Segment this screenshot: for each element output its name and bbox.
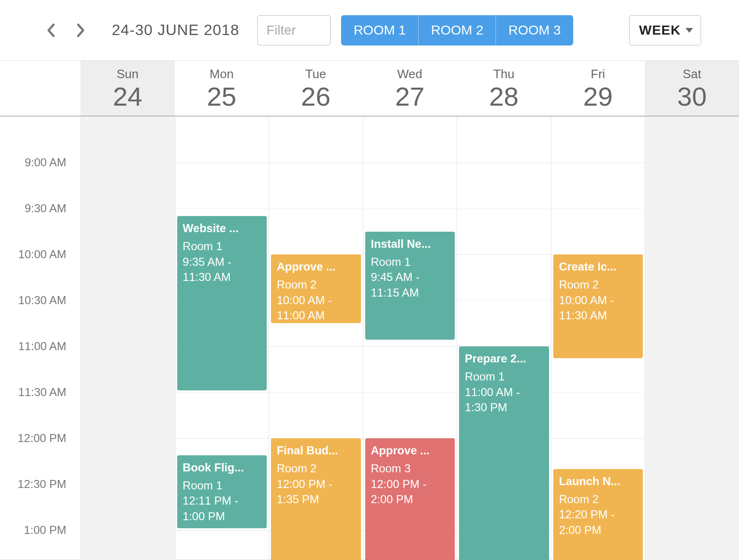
time-label: 10:30 AM (18, 294, 66, 307)
time-label: 1:00 PM (24, 524, 66, 537)
event-time: 12:00 PM - 1:35 PM (277, 477, 355, 507)
day-header-row: Sun24Mon25Tue26Wed27Thu28Fri29Sat30 (0, 61, 739, 117)
day-name: Mon (210, 67, 234, 81)
event-title: Website ... (183, 221, 261, 236)
day-column-fri[interactable]: Create Ic...Room 210:00 AM - 11:30 AMLau… (551, 117, 645, 560)
view-selector-label: WEEK (639, 23, 681, 38)
event-time: 10:00 AM - 11:00 AM (277, 293, 355, 324)
event-room: Room 2 (559, 277, 638, 292)
day-name: Sat (683, 67, 701, 81)
event-title: Launch N... (559, 474, 638, 489)
event-room: Room 3 (371, 461, 450, 476)
next-button[interactable] (68, 18, 94, 43)
day-number: 24 (113, 83, 142, 110)
calendar-event[interactable]: Book Flig...Room 112:11 PM - 1:00 PM (177, 455, 267, 528)
time-label: 12:00 PM (18, 432, 66, 445)
day-column-mon[interactable]: Website ...Room 19:35 AM - 11:30 AMBook … (175, 117, 269, 560)
prev-button[interactable] (38, 18, 63, 43)
day-name: Wed (397, 67, 423, 81)
room-filter-group: ROOM 1 ROOM 2 ROOM 3 (341, 15, 573, 45)
calendar-event[interactable]: Final Bud...Room 212:00 PM - 1:35 PM (271, 438, 361, 560)
day-name: Fri (591, 67, 605, 81)
calendar-event[interactable]: Approve ...Room 312:00 PM - 2:00 PM (365, 438, 455, 560)
day-header-tue[interactable]: Tue26 (269, 61, 363, 116)
room-filter-3[interactable]: ROOM 3 (496, 15, 573, 45)
view-selector[interactable]: WEEK (629, 15, 701, 45)
event-time: 12:11 PM - 1:00 PM (183, 493, 261, 524)
time-gutter: 9:00 AM9:30 AM10:00 AM10:30 AM11:00 AM11… (0, 117, 81, 560)
day-column-sat[interactable] (645, 117, 739, 560)
filter-input[interactable] (257, 15, 331, 45)
event-room: Room 1 (465, 369, 543, 384)
event-title: Approve ... (277, 259, 355, 274)
calendar-event[interactable]: Prepare 2...Room 111:00 AM - 1:30 PM (459, 346, 549, 560)
event-title: Approve ... (371, 443, 450, 458)
day-column-tue[interactable]: Approve ...Room 210:00 AM - 11:00 AMFina… (269, 117, 363, 560)
day-column-thu[interactable]: Prepare 2...Room 111:00 AM - 1:30 PM (457, 117, 551, 560)
event-room: Room 1 (183, 239, 261, 254)
room-filter-2[interactable]: ROOM 2 (418, 15, 496, 45)
day-name: Sun (117, 67, 138, 81)
event-title: Final Bud... (277, 443, 355, 458)
day-name: Thu (493, 67, 514, 81)
event-title: Book Flig... (183, 460, 261, 475)
event-title: Install Ne... (371, 236, 450, 252)
time-label: 11:00 AM (18, 340, 66, 353)
room-filter-1[interactable]: ROOM 1 (341, 15, 418, 45)
event-time: 9:35 AM - 11:30 AM (183, 254, 261, 285)
chevron-right-icon (76, 23, 86, 37)
event-room: Room 1 (371, 254, 450, 270)
day-header-mon[interactable]: Mon25 (175, 61, 269, 116)
day-header-gutter (0, 61, 81, 116)
day-header-wed[interactable]: Wed27 (363, 61, 457, 116)
event-room: Room 2 (559, 492, 638, 507)
day-number: 30 (677, 83, 707, 110)
day-columns: Website ...Room 19:35 AM - 11:30 AMBook … (81, 117, 739, 560)
event-room: Room 1 (183, 478, 261, 493)
date-range-title: 24-30 JUNE 2018 (112, 21, 239, 39)
time-label: 10:00 AM (18, 248, 66, 261)
day-header-thu[interactable]: Thu28 (457, 61, 551, 116)
event-title: Create Ic... (559, 259, 638, 274)
event-time: 9:45 AM - 11:15 AM (371, 270, 450, 300)
event-time: 11:00 AM - 1:30 PM (465, 385, 543, 415)
day-name: Tue (306, 67, 326, 81)
chevron-left-icon (46, 23, 55, 37)
event-room: Room 2 (277, 461, 355, 476)
event-time: 12:00 PM - 2:00 PM (371, 477, 450, 507)
calendar-event[interactable]: Launch N...Room 212:20 PM - 2:00 PM (553, 469, 643, 560)
event-room: Room 2 (277, 277, 355, 292)
day-number: 27 (395, 83, 424, 110)
day-number: 28 (489, 83, 518, 110)
time-label: 9:30 AM (25, 202, 66, 215)
chevron-down-icon (685, 28, 693, 33)
day-header-sun[interactable]: Sun24 (81, 61, 175, 116)
time-label: 12:30 PM (18, 478, 66, 491)
calendar-event[interactable]: Website ...Room 19:35 AM - 11:30 AM (177, 216, 267, 390)
calendar-grid[interactable]: 9:00 AM9:30 AM10:00 AM10:30 AM11:00 AM11… (0, 117, 739, 560)
day-column-sun[interactable] (81, 117, 175, 560)
day-header-fri[interactable]: Fri29 (551, 61, 645, 116)
event-time: 12:20 PM - 2:00 PM (559, 507, 638, 538)
day-number: 26 (301, 83, 330, 110)
time-label: 11:30 AM (18, 386, 66, 399)
calendar-event[interactable]: Approve ...Room 210:00 AM - 11:00 AM (271, 254, 361, 323)
event-time: 10:00 AM - 11:30 AM (559, 293, 638, 324)
calendar-event[interactable]: Create Ic...Room 210:00 AM - 11:30 AM (553, 254, 643, 358)
day-number: 29 (583, 83, 613, 110)
calendar-event[interactable]: Install Ne...Room 19:45 AM - 11:15 AM (365, 232, 455, 340)
toolbar: 24-30 JUNE 2018 ROOM 1 ROOM 2 ROOM 3 WEE… (0, 0, 739, 61)
day-number: 25 (207, 83, 236, 110)
day-header-sat[interactable]: Sat30 (645, 61, 739, 116)
time-label: 9:00 AM (25, 156, 66, 169)
event-title: Prepare 2... (465, 351, 543, 366)
day-column-wed[interactable]: Install Ne...Room 19:45 AM - 11:15 AMApp… (363, 117, 457, 560)
